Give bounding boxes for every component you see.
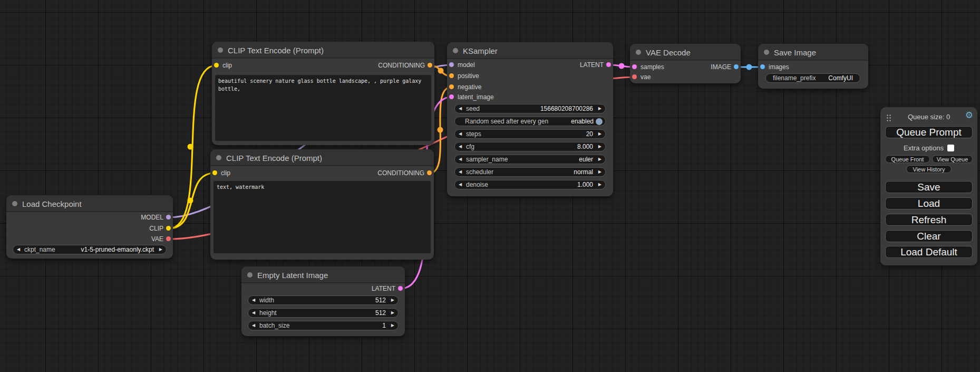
node-title-bar[interactable]: CLIP Text Encode (Prompt): [210, 149, 434, 166]
node-title-bar[interactable]: VAE Decode: [630, 44, 741, 61]
clear-button[interactable]: Clear: [885, 230, 973, 242]
extra-options-checkbox[interactable]: [947, 145, 954, 151]
decrement-arrow-icon[interactable]: ◀: [459, 155, 465, 164]
positive-input-socket[interactable]: [449, 73, 454, 78]
node-empty-latent-image[interactable]: Empty Latent Image LATENT ◀ width 512 ▶ …: [241, 266, 405, 336]
node-vae-decode[interactable]: VAE Decode samples vae IMAGE: [630, 44, 741, 83]
node-title-bar[interactable]: CLIP Text Encode (Prompt): [212, 42, 434, 59]
seed-widget[interactable]: ◀ seed 156680208700286 ▶: [454, 104, 606, 113]
link-midpoint-dot: [438, 127, 443, 133]
view-history-button[interactable]: View History: [906, 165, 952, 173]
node-title-bar[interactable]: Load Checkpoint: [6, 195, 173, 212]
refresh-button[interactable]: Refresh: [885, 214, 973, 226]
queue-front-button[interactable]: Queue Front: [885, 155, 930, 163]
input-label-positive: positive: [458, 72, 479, 80]
decrement-arrow-icon[interactable]: ◀: [459, 168, 465, 176]
collapse-dot-icon[interactable]: [216, 155, 221, 160]
ckpt-name-widget[interactable]: ◀ ckpt_name v1-5-pruned-emaonly.ckpt ▶: [13, 245, 167, 254]
batch-size-widget[interactable]: ◀ batch_size 1 ▶: [248, 321, 399, 330]
increment-arrow-icon[interactable]: ▶: [595, 130, 601, 138]
widget-name: Random seed after every gen: [465, 118, 548, 125]
collapse-dot-icon[interactable]: [453, 48, 458, 53]
random-seed-widget[interactable]: Random seed after every gen enabled: [454, 117, 606, 126]
random-seed-toggle[interactable]: [596, 118, 603, 125]
node-save-image[interactable]: Save Image images filename_prefix ComfyU…: [758, 44, 868, 89]
conditioning-output-socket[interactable]: [428, 63, 432, 68]
output-label-conditioning: CONDITIONING: [378, 62, 425, 69]
increment-arrow-icon[interactable]: ▶: [388, 309, 394, 317]
image-output-socket[interactable]: [734, 64, 739, 69]
negative-prompt-textarea[interactable]: text, watermark: [214, 181, 431, 253]
node-graph-canvas[interactable]: Load Checkpoint MODEL CLIP VAE ◀ ckpt_na…: [0, 0, 980, 372]
positive-prompt-textarea[interactable]: beautiful scenery nature glass bottle la…: [215, 75, 431, 141]
node-clip-text-encode-negative[interactable]: CLIP Text Encode (Prompt) clip CONDITION…: [210, 149, 434, 260]
widget-name: ckpt_name: [24, 246, 55, 253]
width-widget[interactable]: ◀ width 512 ▶: [248, 295, 399, 305]
load-default-button[interactable]: Load Default: [885, 246, 973, 258]
decrement-arrow-icon[interactable]: ◀: [252, 309, 258, 317]
negative-input-socket[interactable]: [449, 84, 454, 89]
decrement-arrow-icon[interactable]: ◀: [17, 245, 23, 254]
vae-input-socket[interactable]: [632, 74, 637, 79]
input-label-clip: clip: [221, 169, 230, 177]
denoise-widget[interactable]: ◀ denoise 1.000 ▶: [454, 180, 606, 189]
node-title-bar[interactable]: Empty Latent Image: [241, 266, 405, 283]
increment-arrow-icon[interactable]: ▶: [388, 321, 394, 330]
widget-value: enabled: [571, 118, 594, 125]
clip-output-socket[interactable]: [166, 226, 171, 231]
node-clip-text-encode-positive[interactable]: CLIP Text Encode (Prompt) clip CONDITION…: [212, 42, 434, 145]
output-label-latent: LATENT: [372, 285, 395, 292]
clip-input-socket[interactable]: [212, 170, 217, 175]
increment-arrow-icon[interactable]: ▶: [595, 104, 601, 113]
node-title-bar[interactable]: KSampler: [447, 42, 613, 59]
node-title: KSampler: [463, 46, 498, 55]
collapse-dot-icon[interactable]: [636, 50, 641, 55]
collapse-dot-icon[interactable]: [12, 201, 17, 206]
settings-gear-icon[interactable]: ⚙: [965, 111, 973, 120]
cfg-widget[interactable]: ◀ cfg 8.000 ▶: [454, 142, 606, 151]
increment-arrow-icon[interactable]: ▶: [595, 142, 601, 151]
increment-arrow-icon[interactable]: ▶: [388, 296, 394, 304]
model-output-socket[interactable]: [166, 215, 171, 220]
increment-arrow-icon[interactable]: ▶: [595, 180, 601, 189]
load-button[interactable]: Load: [885, 197, 973, 209]
widget-value: normal: [574, 168, 593, 176]
vae-output-socket[interactable]: [166, 236, 171, 241]
scheduler-widget[interactable]: ◀ scheduler normal ▶: [454, 167, 606, 177]
latent-image-input-socket[interactable]: [449, 94, 454, 99]
link-midpoint-dot: [188, 198, 193, 204]
decrement-arrow-icon[interactable]: ◀: [459, 104, 465, 113]
decrement-arrow-icon[interactable]: ◀: [252, 321, 258, 330]
model-input-socket[interactable]: [449, 62, 454, 67]
collapse-dot-icon[interactable]: [764, 50, 769, 55]
node-title-bar[interactable]: Save Image: [758, 44, 868, 61]
collapse-dot-icon[interactable]: [247, 272, 253, 278]
decrement-arrow-icon[interactable]: ◀: [252, 296, 258, 304]
node-load-checkpoint[interactable]: Load Checkpoint MODEL CLIP VAE ◀ ckpt_na…: [6, 195, 173, 259]
sampler-name-widget[interactable]: ◀ sampler_name euler ▶: [454, 155, 606, 164]
latent-output-socket[interactable]: [398, 286, 403, 291]
latent-output-socket[interactable]: [606, 62, 611, 67]
filename-prefix-widget[interactable]: filename_prefix ComfyUI: [765, 73, 860, 83]
queue-prompt-button[interactable]: Queue Prompt: [885, 126, 973, 138]
increment-arrow-icon[interactable]: ▶: [156, 245, 162, 254]
decrement-arrow-icon[interactable]: ◀: [459, 180, 465, 189]
input-label-latent-image: latent_image: [458, 93, 494, 101]
decrement-arrow-icon[interactable]: ◀: [459, 130, 465, 138]
steps-widget[interactable]: ◀ steps 20 ▶: [454, 129, 606, 139]
clip-input-socket[interactable]: [214, 63, 219, 68]
node-title: Load Checkpoint: [22, 199, 82, 208]
view-queue-button[interactable]: View Queue: [932, 155, 973, 163]
link-midpoint-dot: [188, 144, 193, 150]
node-ksampler[interactable]: KSampler model positive negative latent_…: [447, 42, 613, 196]
images-input-socket[interactable]: [760, 64, 765, 69]
height-widget[interactable]: ◀ height 512 ▶: [248, 308, 399, 318]
conditioning-output-socket[interactable]: [427, 170, 432, 175]
decrement-arrow-icon[interactable]: ◀: [459, 142, 465, 151]
collapse-dot-icon[interactable]: [218, 47, 223, 53]
samples-input-socket[interactable]: [632, 64, 637, 69]
widget-value: 20: [586, 130, 593, 138]
increment-arrow-icon[interactable]: ▶: [595, 155, 601, 164]
increment-arrow-icon[interactable]: ▶: [595, 168, 601, 176]
save-button[interactable]: Save: [885, 181, 973, 193]
